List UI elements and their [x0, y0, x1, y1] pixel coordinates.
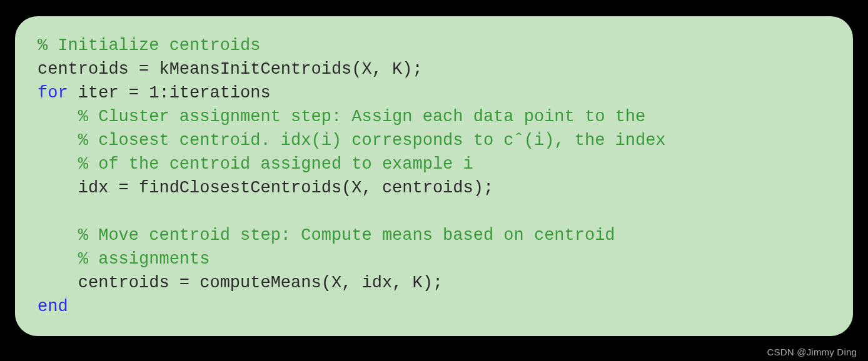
- code-token: % closest centroid. idx(i) corresponds t…: [78, 131, 666, 150]
- code-token: % Move centroid step: Compute means base…: [78, 226, 615, 245]
- code-token: centroids = kMeansInitCentroids(X, K);: [38, 60, 423, 79]
- code-content: % Initialize centroids centroids = kMean…: [38, 34, 835, 319]
- code-token: % assignments: [78, 250, 210, 269]
- watermark-text: CSDN @Jimmy Ding: [767, 347, 857, 357]
- code-token: centroids = computeMeans(X, idx, K);: [78, 274, 443, 292]
- code-token: for: [38, 84, 68, 102]
- code-token: % Initialize centroids: [38, 36, 260, 55]
- code-token: idx = findClosestCentroids(X, centroids)…: [78, 179, 493, 197]
- code-token: end: [38, 297, 68, 316]
- code-token: % Cluster assignment step: Assign each d…: [78, 107, 645, 126]
- code-token: % of the centroid assigned to example i: [78, 155, 473, 174]
- code-token: iter = 1:iterations: [68, 84, 271, 102]
- code-block: % Initialize centroids centroids = kMean…: [13, 14, 855, 339]
